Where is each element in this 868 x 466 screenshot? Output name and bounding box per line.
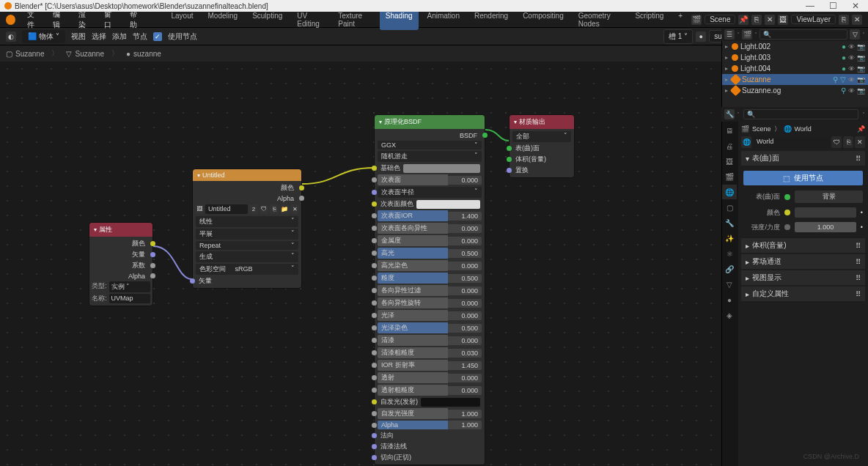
menu-select[interactable]: 选择 bbox=[92, 32, 106, 42]
filter-icon[interactable]: ▽ bbox=[850, 29, 860, 40]
delete-scene-icon[interactable]: ✕ bbox=[765, 15, 775, 25]
viewlayer-icon[interactable]: 🖼 bbox=[778, 15, 788, 25]
scene-icon[interactable]: 🎬 bbox=[741, 125, 749, 133]
copy-icon[interactable]: ⎘ bbox=[270, 204, 279, 214]
tab-scene-icon[interactable]: 🎬 bbox=[722, 169, 737, 184]
maximize-button[interactable]: ☐ bbox=[829, 1, 837, 11]
scene-icon[interactable]: 🎬 bbox=[691, 15, 702, 25]
tab-object-icon[interactable]: ▢ bbox=[722, 200, 737, 215]
bsdf-param-次表面IOR[interactable]: 次表面IOR1.400 bbox=[375, 210, 485, 222]
open-icon[interactable]: 📁 bbox=[280, 204, 289, 214]
node-principled-bsdf[interactable]: ▾原理化BSDF BSDF GGX˅ 随机游走˅ 基础色次表面0.000次表面半… bbox=[374, 114, 485, 465]
bsdf-param-光泽染色[interactable]: 光泽染色0.500 bbox=[375, 322, 485, 334]
volume-panel-header[interactable]: ▸体积(音量)⠿ bbox=[741, 238, 865, 253]
outliner-item-Suzanne.og[interactable]: ▸Suzanne.og⚲👁📷 bbox=[722, 85, 868, 96]
target-select[interactable]: 全部˅ bbox=[510, 130, 574, 143]
source-select[interactable]: 生成˅ bbox=[193, 251, 301, 263]
tab-animation[interactable]: Animation bbox=[422, 10, 466, 30]
use-nodes-button[interactable]: ⬚使用节点 bbox=[743, 171, 863, 185]
tab-scripting[interactable]: Scripting bbox=[629, 10, 669, 30]
custom-props-panel-header[interactable]: ▸自定义属性⠿ bbox=[741, 286, 865, 301]
node-header[interactable]: ▾原理化BSDF bbox=[375, 115, 485, 129]
close-button[interactable]: ✕ bbox=[852, 1, 859, 11]
breadcrumb-item[interactable]: ▽ Suzanne bbox=[66, 50, 103, 58]
menu-file[interactable]: 文件 bbox=[23, 10, 45, 30]
shield-icon[interactable]: 🛡 bbox=[831, 136, 842, 148]
outliner-search-input[interactable]: 🔍 bbox=[760, 29, 847, 40]
tab-texture-paint[interactable]: Texture Paint bbox=[332, 10, 377, 30]
copy-viewlayer-icon[interactable]: ⎘ bbox=[839, 15, 849, 25]
bsdf-param-糙度[interactable]: 糙度0.500 bbox=[375, 272, 485, 284]
bsdf-param-基础色[interactable]: 基础色 bbox=[375, 163, 485, 174]
outliner-display-icon[interactable]: ☰ bbox=[724, 29, 735, 40]
bsdf-param-清漆粗糙度[interactable]: 清漆粗糙度0.030 bbox=[375, 347, 485, 359]
tab-particles-icon[interactable]: ✨ bbox=[722, 231, 737, 245]
menu-window[interactable]: 窗口 bbox=[100, 10, 122, 30]
menu-help[interactable]: 帮助 bbox=[125, 10, 148, 30]
bsdf-param-高光[interactable]: 高光0.500 bbox=[375, 247, 485, 259]
copy-scene-icon[interactable]: ⎘ bbox=[751, 15, 762, 25]
unlink-icon[interactable]: ✕ bbox=[855, 136, 865, 148]
outliner-item-Light.004[interactable]: ▸Light.004●👁📷 bbox=[722, 63, 868, 74]
shield-icon[interactable]: 🛡 bbox=[260, 204, 268, 214]
node-header[interactable]: ▾材质输出 bbox=[510, 115, 574, 129]
mist-panel-header[interactable]: ▸雾场通道⠿ bbox=[741, 254, 865, 269]
interpolation-select[interactable]: 线性˅ bbox=[193, 215, 301, 228]
viewlayer-selector[interactable]: ViewLayer bbox=[791, 15, 836, 24]
breadcrumb-item[interactable]: ● suzanne bbox=[126, 50, 161, 58]
distribution-select[interactable]: GGX˅ bbox=[375, 140, 485, 150]
tab-add[interactable]: + bbox=[672, 10, 688, 30]
outliner-scene-icon[interactable]: 🎬 bbox=[742, 29, 752, 40]
node-header[interactable]: ▾Untitled bbox=[193, 169, 301, 181]
dot-icon[interactable]: • bbox=[861, 223, 863, 231]
extension-select[interactable]: Repeat˅ bbox=[193, 240, 301, 251]
bsdf-param-次表面[interactable]: 次表面0.000 bbox=[375, 174, 485, 186]
tab-compositing[interactable]: Compositing bbox=[517, 10, 570, 30]
material-sphere-icon[interactable]: ● bbox=[696, 32, 706, 42]
tab-sculpting[interactable]: Sculpting bbox=[246, 10, 288, 30]
breadcrumb-item[interactable]: ▢ Suzanne bbox=[6, 50, 44, 58]
editor-type-icon[interactable]: ◐ bbox=[6, 32, 16, 42]
tab-physics-icon[interactable]: ⚛ bbox=[722, 246, 737, 261]
bsdf-param-高光染色[interactable]: 高光染色0.000 bbox=[375, 259, 485, 272]
tab-rendering[interactable]: Rendering bbox=[468, 10, 514, 30]
tab-output-icon[interactable]: 🖨 bbox=[722, 138, 737, 153]
outliner-item-Suzanne[interactable]: ▸Suzanne⚲ ▽👁📷 bbox=[722, 74, 868, 85]
image-browse-icon[interactable]: 🖼 bbox=[195, 204, 204, 214]
world-browse-icon[interactable]: 🌐 bbox=[741, 136, 751, 148]
bsdf-param-Alpha[interactable]: Alpha1.000 bbox=[375, 420, 485, 430]
tab-uv-editing[interactable]: UV Editing bbox=[291, 10, 329, 30]
bsdf-param-各向异性过滤[interactable]: 各向异性过滤0.000 bbox=[375, 284, 485, 297]
image-users[interactable]: 2 bbox=[249, 204, 258, 214]
world-icon[interactable]: 🌐 bbox=[784, 125, 792, 133]
node-header[interactable]: ▾属性 bbox=[89, 223, 152, 237]
tab-shading[interactable]: Shading bbox=[380, 10, 419, 30]
tab-render-icon[interactable]: 🖥 bbox=[722, 123, 737, 138]
slot-selector[interactable]: 槽 1 ˅ bbox=[663, 29, 693, 44]
use-nodes-checkbox[interactable]: ✓ bbox=[153, 32, 162, 41]
shader-type-select[interactable]: 🟦 物体 ˅ bbox=[22, 30, 65, 43]
bsdf-param-次表面颜色[interactable]: 次表面颜色 bbox=[375, 199, 485, 210]
menu-node[interactable]: 节点 bbox=[133, 32, 147, 42]
projection-select[interactable]: 平展˅ bbox=[193, 228, 301, 240]
blender-icon[interactable] bbox=[6, 15, 15, 25]
bsdf-param-自发光(发射)[interactable]: 自发光(发射) bbox=[375, 396, 485, 407]
scene-selector[interactable]: Scene bbox=[705, 15, 735, 24]
menu-render[interactable]: 渲染 bbox=[74, 10, 97, 30]
outliner-item-Light.002[interactable]: ▸Light.002●👁📷 bbox=[722, 41, 868, 52]
bsdf-param-透射[interactable]: 透射0.000 bbox=[375, 371, 485, 384]
menu-edit[interactable]: 编辑 bbox=[48, 10, 71, 30]
bsdf-param-次表面半径[interactable]: 次表面半径˅ bbox=[375, 186, 485, 199]
menu-add[interactable]: 添加 bbox=[112, 32, 127, 42]
tab-data-icon[interactable]: ▽ bbox=[722, 277, 737, 292]
bsdf-param-金属度[interactable]: 金属度0.000 bbox=[375, 234, 485, 247]
tab-constraints-icon[interactable]: 🔗 bbox=[722, 262, 737, 276]
unlink-icon[interactable]: ✕ bbox=[290, 204, 299, 214]
tab-modeling[interactable]: Modeling bbox=[202, 10, 244, 30]
node-material-output[interactable]: ▾材质输出 全部˅ 表(曲)面 体积(音量) 置换 bbox=[509, 114, 575, 178]
copy-icon[interactable]: ⎘ bbox=[843, 136, 853, 148]
tab-world-icon[interactable]: 🌐 bbox=[722, 185, 737, 199]
subsurface-method-select[interactable]: 随机游走˅ bbox=[375, 150, 485, 163]
tab-modifier-icon[interactable]: 🔧 bbox=[722, 215, 737, 230]
tab-texture-icon[interactable]: ◈ bbox=[722, 308, 737, 322]
